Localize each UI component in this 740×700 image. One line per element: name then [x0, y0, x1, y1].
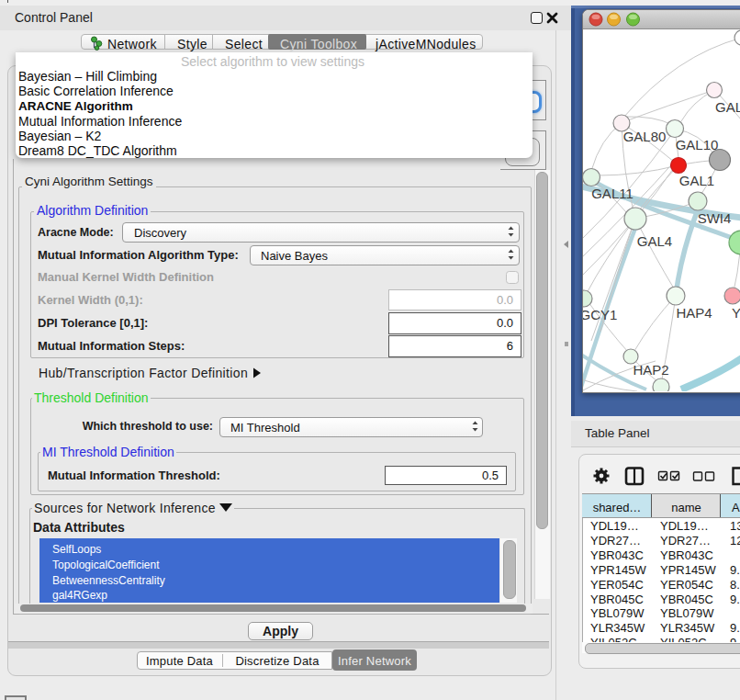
svg-text:HAP2: HAP2: [633, 362, 668, 378]
svg-text:YEL: YEL: [732, 305, 740, 321]
svg-text:GAL80: GAL80: [623, 129, 667, 144]
svg-text:GAL1: GAL1: [679, 173, 714, 188]
svg-text:GCY1: GCY1: [583, 307, 617, 322]
svg-text:GAL7: GAL7: [715, 99, 740, 115]
svg-text:GAL4: GAL4: [637, 233, 672, 249]
svg-text:GAL11: GAL11: [591, 186, 633, 201]
svg-text:GAL10: GAL10: [676, 137, 719, 152]
svg-text:HAP4: HAP4: [676, 305, 712, 321]
svg-text:SWI4: SWI4: [698, 210, 732, 226]
